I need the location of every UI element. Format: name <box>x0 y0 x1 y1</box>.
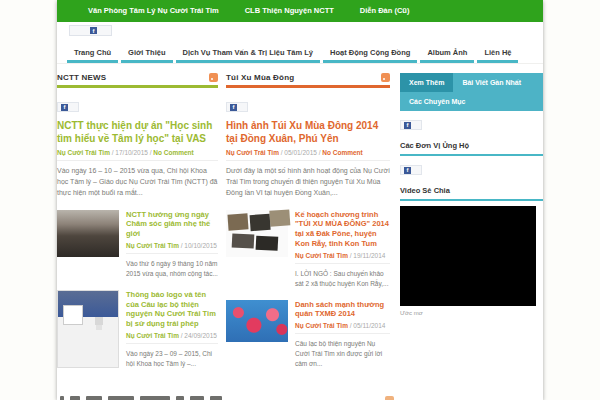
comments-link[interactable]: No Comment <box>153 149 193 156</box>
facebook-like-widget[interactable]: f <box>400 165 422 175</box>
article-thumbnail-group-photo[interactable] <box>57 210 119 257</box>
divider <box>400 154 543 156</box>
cutoff-rss-icon <box>385 396 394 400</box>
article-excerpt: Vào thứ 6 ngày 9 tháng 10 năm 2015 vừa q… <box>126 259 218 279</box>
facebook-like-widget[interactable]: f <box>69 25 112 36</box>
tab-bai-viet-gan-nhat[interactable]: Bài Viết Gần Nhất <box>453 73 530 92</box>
content-area: NCTT NEWS f NCTT thực hiện dự án "Học si… <box>57 64 543 369</box>
article-excerpt: Vào ngày 16 – 10 – 2015 vừa qua, Chi hội… <box>57 166 218 199</box>
supporters-section: Các Đơn Vị Ủng Hộ <box>400 141 543 156</box>
author-link[interactable]: Nụ Cười Trái Tim <box>57 149 110 156</box>
cutoff-article-title <box>60 395 390 400</box>
author-link[interactable]: Nụ Cười Trái Tim <box>126 242 179 249</box>
article-meta: Nụ Cười Trái Tim / 19/11/2014 <box>295 252 390 259</box>
topbar-item-clb[interactable]: CLB Thiện Nguyện NCTT <box>232 0 347 22</box>
article-title[interactable]: NCTT hưởng ứng ngày Chăm sóc giảm nhẹ th… <box>126 210 218 239</box>
comments-link[interactable]: No Comment <box>322 149 362 156</box>
facebook-like-widget[interactable]: f <box>226 102 248 112</box>
nav-item-lien-he[interactable]: Liên Hệ <box>477 44 518 63</box>
sidebar-tabs: Xem Thêm Bài Viết Gần Nhất Các Chuyên Mụ… <box>400 73 543 111</box>
author-link[interactable]: Nụ Cười Trái Tim <box>126 332 179 339</box>
article-meta: Nụ Cười Trái Tim / 10/10/2015 <box>126 242 218 249</box>
facebook-icon: f <box>404 167 411 174</box>
video-heading: Video Sẻ Chia <box>400 186 543 195</box>
tab-cac-chuyen-muc[interactable]: Các Chuyên Mục <box>400 92 543 111</box>
divider <box>126 253 218 254</box>
divider <box>126 343 218 344</box>
article-date: 17/10/2015 <box>115 149 148 156</box>
video-section: Video Sẻ Chia Ước mơ <box>400 186 543 316</box>
facebook-icon: f <box>90 27 97 34</box>
supporters-heading: Các Đơn Vị Ủng Hộ <box>400 141 543 150</box>
social-strip: f <box>57 22 543 39</box>
top-menu-bar: Văn Phòng Tâm Lý Nụ Cười Trái Tim CLB Th… <box>57 0 543 22</box>
facebook-icon: f <box>404 122 411 129</box>
article-excerpt: Câu lạc bộ thiện nguyện Nụ Cười Trái Tim… <box>295 339 390 369</box>
featured-article: NCTT thực hiện dự án "Học sinh tìm hiểu … <box>57 120 218 199</box>
column-nctt-news: NCTT NEWS f NCTT thực hiện dự án "Học si… <box>57 73 218 369</box>
article-excerpt: Dưới đây là một số hình ảnh hoạt động củ… <box>226 166 390 199</box>
nav-item-hoat-dong[interactable]: Hoạt Động Cộng Đồng <box>323 44 417 63</box>
article-meta: Nụ Cười Trái Tim / 17/10/2015 / No Comme… <box>57 149 218 156</box>
nav-item-trang-chu[interactable]: Trang Chủ <box>67 44 118 63</box>
sidebar: Xem Thêm Bài Viết Gần Nhất Các Chuyên Mụ… <box>400 73 543 369</box>
article-meta: Nụ Cười Trái Tim / 24/09/2015 <box>126 332 218 339</box>
topbar-item-dien-dan[interactable]: Diễn Đàn (Cũ) <box>347 0 423 22</box>
divider <box>295 263 390 264</box>
article-date: 05/11/2014 <box>353 322 385 329</box>
facebook-like-widget[interactable]: f <box>400 120 422 130</box>
divider <box>226 85 390 88</box>
video-caption: Ước mơ <box>400 310 543 316</box>
page-container: Văn Phòng Tâm Lý Nụ Cười Trái Tim CLB Th… <box>57 0 543 400</box>
article-date: 10/10/2015 <box>184 242 217 249</box>
column-title-nctt-news: NCTT NEWS <box>57 73 106 82</box>
nav-item-album-anh[interactable]: Album Ảnh <box>420 44 474 63</box>
article-meta: Nụ Cười Trái Tim / 05/01/2015 / No Comme… <box>226 149 390 156</box>
facebook-icon: f <box>230 104 237 111</box>
article-title[interactable]: Kế hoạch chương trình "TÚI XU MÙA ĐÔNG" … <box>295 210 390 249</box>
rss-icon[interactable] <box>209 73 218 82</box>
author-link[interactable]: Nụ Cười Trái Tim <box>226 149 279 156</box>
article-thumbnail-facebook-screenshot[interactable] <box>57 290 119 368</box>
article-list-item: NCTT hưởng ứng ngày Chăm sóc giảm nhẹ th… <box>57 210 218 279</box>
facebook-like-widget[interactable]: f <box>57 102 79 112</box>
article-excerpt: I. LỜI NGỎ : Sau chuyến khảo sát 2 xã th… <box>295 269 390 289</box>
article-thumbnail-flowers[interactable] <box>226 300 288 342</box>
divider <box>57 160 218 161</box>
article-list-item: Thông báo logo và tên của Câu lạc bộ thi… <box>57 290 218 369</box>
divider <box>400 199 543 201</box>
article-date: 05/01/2015 <box>284 149 317 156</box>
article-date: 24/09/2015 <box>184 332 217 339</box>
nav-item-gioi-thieu[interactable]: Giới Thiệu <box>121 44 172 63</box>
article-date: 19/11/2014 <box>353 252 385 259</box>
divider <box>295 333 390 334</box>
column-tui-xu-mua-dong: Túi Xu Mùa Đông f Hình ảnh Túi Xu Mùa Đô… <box>226 73 390 369</box>
article-list-item: Danh sách mạnh thường quân TXMĐ 2014 Nụ … <box>226 300 390 370</box>
column-title-tui-xu: Túi Xu Mùa Đông <box>226 73 294 82</box>
divider <box>57 85 218 88</box>
article-meta: Nụ Cười Trái Tim / 05/11/2014 <box>295 322 390 329</box>
article-title[interactable]: NCTT thực hiện dự án "Học sinh tìm hiểu … <box>57 120 218 145</box>
tab-xem-them[interactable]: Xem Thêm <box>400 73 453 92</box>
article-excerpt: Vào ngày 23 – 09 – 2015, Chi hội Khoa họ… <box>126 349 218 369</box>
article-thumbnail-collage[interactable] <box>226 210 288 257</box>
article-title[interactable]: Hình ảnh Túi Xu Mùa Đông 2014 tại Đồng X… <box>226 120 390 145</box>
video-player[interactable] <box>400 206 536 306</box>
rss-icon[interactable] <box>381 73 390 82</box>
article-list-item: Kế hoạch chương trình "TÚI XU MÙA ĐÔNG" … <box>226 210 390 289</box>
author-link[interactable]: Nụ Cười Trái Tim <box>295 252 348 259</box>
featured-article: Hình ảnh Túi Xu Mùa Đông 2014 tại Đồng X… <box>226 120 390 199</box>
author-link[interactable]: Nụ Cười Trái Tim <box>295 322 348 329</box>
main-navigation: Trang Chủ Giới Thiệu Dịch Vụ Tham Vấn & … <box>57 39 543 64</box>
topbar-item-van-phong[interactable]: Văn Phòng Tâm Lý Nụ Cười Trái Tim <box>75 0 232 22</box>
article-title[interactable]: Danh sách mạnh thường quân TXMĐ 2014 <box>295 300 390 320</box>
facebook-icon: f <box>61 104 68 111</box>
article-title[interactable]: Thông báo logo và tên của Câu lạc bộ thi… <box>126 290 218 329</box>
divider <box>226 160 390 161</box>
nav-item-dich-vu[interactable]: Dịch Vụ Tham Vấn & Trị Liệu Tâm Lý <box>176 44 320 63</box>
